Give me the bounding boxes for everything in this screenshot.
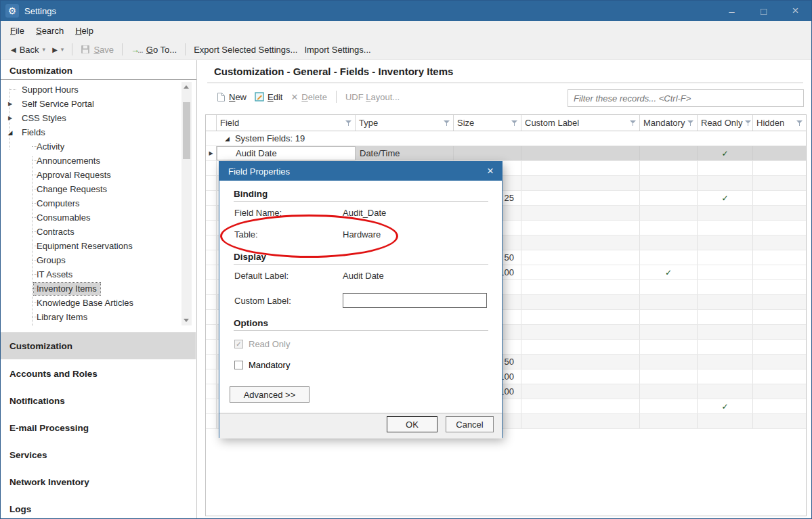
grid-cell[interactable] <box>640 250 698 265</box>
tree-item-fields[interactable]: ◢Fields <box>1 125 196 139</box>
grid-cell[interactable] <box>521 250 640 265</box>
column-header-read-only[interactable]: Read Only <box>698 115 753 131</box>
grid-cell[interactable] <box>698 265 753 279</box>
grid-cell[interactable] <box>521 206 640 220</box>
nav-network-inventory[interactable]: Network Inventory <box>1 468 196 495</box>
maximize-button[interactable]: □ <box>748 1 779 21</box>
import-settings-button[interactable]: Import Settings... <box>301 45 374 55</box>
grid-cell[interactable] <box>753 191 806 205</box>
tree-item-change-requests[interactable]: Change Requests <box>1 182 196 196</box>
grid-cell[interactable] <box>640 310 698 324</box>
grid-cell[interactable]: ✓ <box>698 399 753 413</box>
filter-icon[interactable] <box>796 120 803 127</box>
udf-layout-button[interactable]: UDF Layout... <box>341 92 404 102</box>
dialog-close-icon[interactable]: × <box>487 164 494 178</box>
grid-cell[interactable] <box>753 161 806 175</box>
grid-cell[interactable] <box>698 384 753 399</box>
filter-icon[interactable] <box>687 120 693 127</box>
grid-cell[interactable]: Date/Time <box>356 146 454 160</box>
edit-button[interactable]: Edit <box>251 92 286 102</box>
grid-cell[interactable] <box>698 280 753 294</box>
grid-cell[interactable] <box>698 206 753 220</box>
tree-item-groups[interactable]: Groups <box>1 253 196 267</box>
delete-button[interactable]: ✕ Delete <box>286 92 331 102</box>
grid-cell[interactable] <box>640 161 698 175</box>
grid-cell[interactable]: ✓ <box>640 265 698 279</box>
grid-cell[interactable] <box>521 235 640 250</box>
nav-customization[interactable]: Customization <box>1 332 196 359</box>
grid-cell[interactable] <box>698 414 753 428</box>
group-expanded-icon[interactable]: ◢ <box>225 135 230 142</box>
tree-item-approval-requests[interactable]: Approval Requests <box>1 168 196 182</box>
grid-cell[interactable] <box>521 265 640 279</box>
grid-cell[interactable] <box>640 146 698 160</box>
grid-cell[interactable] <box>640 221 698 235</box>
grid-cell[interactable] <box>521 221 640 235</box>
dialog-titlebar[interactable]: Field Properties × <box>219 162 502 181</box>
grid-cell[interactable] <box>753 340 806 354</box>
grid-cell[interactable] <box>521 191 640 205</box>
grid-cell[interactable] <box>640 384 698 399</box>
grid-cell[interactable] <box>521 384 640 399</box>
grid-cell[interactable] <box>640 176 698 190</box>
tree-item-support-hours[interactable]: Support Hours <box>1 83 196 97</box>
grid-cell[interactable] <box>753 221 806 235</box>
nav-logs[interactable]: Logs <box>1 495 196 518</box>
grid-cell[interactable] <box>753 384 806 399</box>
grid-cell[interactable] <box>521 355 640 369</box>
close-button[interactable]: × <box>779 1 811 21</box>
grid-cell[interactable] <box>698 221 753 235</box>
column-header-type[interactable]: Type <box>356 115 454 131</box>
export-settings-button[interactable]: Export Selected Settings... <box>190 45 301 55</box>
filter-icon[interactable] <box>630 120 636 127</box>
grid-cell[interactable] <box>640 355 698 369</box>
tree-item-library-items[interactable]: Library Items <box>1 310 196 324</box>
back-dropdown-icon[interactable]: ▾ <box>43 46 46 53</box>
grid-cell[interactable] <box>640 399 698 413</box>
grid-cell[interactable] <box>753 355 806 369</box>
tree-item-it-assets[interactable]: IT Assets <box>1 267 196 281</box>
grid-cell[interactable] <box>753 176 806 190</box>
grid-cell[interactable] <box>753 250 806 265</box>
grid-cell[interactable] <box>753 369 806 384</box>
grid-cell[interactable] <box>640 280 698 294</box>
column-header-hidden[interactable]: Hidden <box>753 115 806 131</box>
grid-cell[interactable] <box>753 414 806 428</box>
column-header-field[interactable]: Field <box>217 115 356 131</box>
grid-cell[interactable] <box>753 146 806 160</box>
tree-item-consumables[interactable]: Consumables <box>1 210 196 225</box>
table-row[interactable]: ▶ Audit Date Date/Time ✓ <box>206 146 806 161</box>
column-header-mandatory[interactable]: Mandatory <box>640 115 698 131</box>
scroll-up-icon[interactable] <box>184 85 189 89</box>
grid-cell[interactable] <box>753 310 806 324</box>
filter-input[interactable] <box>568 89 804 107</box>
menu-file[interactable]: File <box>10 26 24 36</box>
grid-cell[interactable] <box>521 295 640 309</box>
menu-search[interactable]: Search <box>36 26 64 36</box>
group-row-system-fields[interactable]: ◢ System Fields: 19 <box>206 131 806 146</box>
read-only-checkbox[interactable]: ✓ <box>234 340 243 348</box>
grid-cell[interactable] <box>753 235 806 250</box>
tree-scrollbar[interactable] <box>181 82 192 325</box>
scroll-down-icon[interactable] <box>184 319 189 322</box>
filter-icon[interactable] <box>345 120 351 127</box>
grid-cell[interactable] <box>521 414 640 428</box>
grid-cell[interactable] <box>521 340 640 354</box>
tree-item-self-service-portal[interactable]: ▶Self Service Portal <box>1 97 196 111</box>
tree-item-computers[interactable]: Computers <box>1 196 196 210</box>
column-header-size[interactable]: Size <box>454 115 521 131</box>
grid-cell[interactable] <box>698 295 753 309</box>
grid-cell[interactable] <box>640 295 698 309</box>
cancel-button[interactable]: Cancel <box>446 416 494 432</box>
forward-button[interactable]: ▶ ▾ <box>49 46 67 53</box>
column-header-custom-label[interactable]: Custom Label <box>521 115 640 131</box>
grid-cell[interactable]: ✓ <box>698 191 753 205</box>
grid-cell[interactable] <box>753 325 806 339</box>
grid-cell[interactable] <box>521 161 640 175</box>
grid-cell[interactable] <box>698 355 753 369</box>
filter-icon[interactable] <box>444 120 450 127</box>
forward-dropdown-icon[interactable]: ▾ <box>61 46 64 53</box>
nav-email-processing[interactable]: E-mail Processing <box>1 414 196 441</box>
grid-cell[interactable] <box>698 161 753 175</box>
grid-cell[interactable] <box>698 325 753 339</box>
